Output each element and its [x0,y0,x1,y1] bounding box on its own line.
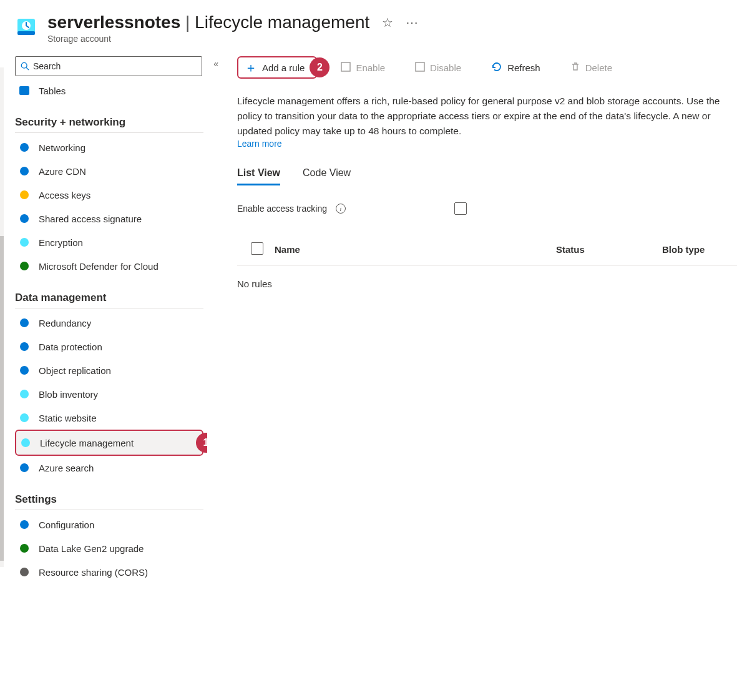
sidebar-item-label: Blob inventory [39,389,98,400]
sidebar-item-data-protection[interactable]: Data protection [15,335,203,358]
svg-rect-22 [416,62,424,71]
info-icon[interactable]: i [336,204,346,214]
svg-point-10 [20,262,29,270]
svg-point-12 [20,342,29,351]
svg-point-6 [20,167,29,175]
svg-point-11 [20,318,29,327]
config-icon [19,519,30,530]
blade-title: Lifecycle management [195,12,369,32]
svg-point-15 [20,413,29,422]
command-bar: ＋ Add a rule 2 Enable Disable Refresh De… [237,56,737,79]
sidebar-item-static-website[interactable]: Static website [15,406,203,430]
svg-point-13 [20,366,29,375]
svg-point-8 [20,214,29,223]
lifecycle-icon [20,437,31,448]
refresh-button[interactable]: Refresh [485,57,547,78]
sidebar-item-configuration[interactable]: Configuration [15,513,203,536]
add-rule-button[interactable]: ＋ Add a rule 2 [237,56,317,79]
enable-button[interactable]: Enable [334,58,391,77]
sidebar-item-label: Shared access signature [39,214,142,224]
svg-point-16 [21,438,30,447]
sidebar-item-data-lake-gen2-upgrade[interactable]: Data Lake Gen2 upgrade [15,536,203,560]
select-all-checkbox[interactable] [251,242,263,255]
sidebar-item-tables[interactable]: Tables [15,79,203,102]
more-icon[interactable]: ⋯ [406,15,418,30]
sidebar-item-label: Azure CDN [39,166,86,177]
column-status[interactable]: Status [556,244,662,255]
sidebar-item-label: Microsoft Defender for Cloud [39,261,159,272]
sidebar-group-header: Security + networking [15,102,203,133]
refresh-icon [491,61,502,74]
sidebar-group-header: Settings [15,480,203,510]
sidebar-item-microsoft-defender-for-cloud[interactable]: Microsoft Defender for Cloud [15,254,203,278]
svg-point-18 [20,520,29,529]
page-title: serverlessnotes | Lifecycle management [47,12,369,32]
main-content: ＋ Add a rule 2 Enable Disable Refresh De… [212,49,737,666]
inventory-icon [19,388,30,400]
sidebar-item-label: Static website [39,413,97,423]
sidebar-item-label: Resource sharing (CORS) [39,567,148,578]
website-icon [19,412,30,423]
page-header: serverlessnotes | Lifecycle management ☆… [0,0,737,49]
search-placeholder: Search [33,61,61,71]
resource-name: serverlessnotes [47,12,180,32]
sidebar: Search « Tables Security + networkingNet… [0,49,212,666]
sidebar-item-label: Access keys [39,190,90,200]
sidebar-item-label: Lifecycle management [40,438,134,448]
replicate-icon [19,365,30,376]
svg-point-19 [20,544,29,553]
learn-more-link[interactable]: Learn more [237,139,737,149]
resource-type-label: Storage account [47,34,418,44]
sidebar-search-input[interactable]: Search [15,56,202,76]
view-tabs: List View Code View [237,162,737,186]
disable-button[interactable]: Disable [409,58,467,77]
sidebar-item-label: Redundancy [39,318,91,328]
sidebar-item-label: Object replication [39,365,111,376]
sidebar-item-encryption[interactable]: Encryption [15,230,203,254]
access-tracking-label: Enable access tracking [237,204,327,214]
delete-button[interactable]: Delete [564,58,618,77]
resource-type-icon [15,15,37,37]
access-tracking-checkbox[interactable] [454,202,467,215]
sidebar-item-label: Data Lake Gen2 upgrade [39,543,144,554]
description-text: Lifecycle management offers a rich, rule… [237,94,724,139]
column-blob-type[interactable]: Blob type [662,244,737,255]
sidebar-item-label: Tables [39,86,66,96]
sidebar-item-redundancy[interactable]: Redundancy [15,311,203,335]
svg-point-9 [20,238,29,247]
sidebar-item-networking[interactable]: Networking [15,136,203,159]
svg-point-3 [21,62,27,68]
svg-point-5 [20,143,29,152]
sidebar-item-azure-search[interactable]: Azure search [15,456,203,480]
sidebar-item-access-keys[interactable]: Access keys [15,183,203,207]
table-icon [19,85,30,96]
globe-icon [19,142,30,153]
annotation-badge-1: 1 [196,433,207,453]
sidebar-item-resource-sharing-cors-[interactable]: Resource sharing (CORS) [15,560,203,584]
annotation-badge-2: 2 [310,57,329,77]
favorite-icon[interactable]: ☆ [382,15,393,30]
plus-icon: ＋ [245,61,257,74]
tab-code-view[interactable]: Code View [303,162,351,185]
sidebar-scrollbar-track[interactable] [0,67,4,567]
sidebar-item-label: Data protection [39,342,102,352]
checkbox-icon [415,62,425,74]
sas-icon [19,213,30,224]
sidebar-item-label: Azure search [39,463,94,473]
sidebar-item-object-replication[interactable]: Object replication [15,358,203,382]
sidebar-item-lifecycle-management[interactable]: Lifecycle management1 [15,430,203,456]
rules-table-header: Name Status Blob type [237,234,737,266]
sidebar-item-shared-access-signature[interactable]: Shared access signature [15,207,203,230]
sidebar-scrollbar-thumb[interactable] [0,236,4,561]
empty-state-text: No rules [237,279,737,289]
add-rule-label: Add a rule [262,62,305,73]
sidebar-item-blob-inventory[interactable]: Blob inventory [15,382,203,406]
cors-icon [19,566,30,578]
sidebar-item-azure-cdn[interactable]: Azure CDN [15,159,203,183]
svg-line-4 [26,67,29,70]
globe2-icon [19,317,30,328]
column-name[interactable]: Name [275,244,556,255]
tab-list-view[interactable]: List View [237,162,280,185]
svg-point-7 [20,190,29,199]
sidebar-item-label: Encryption [39,237,83,248]
